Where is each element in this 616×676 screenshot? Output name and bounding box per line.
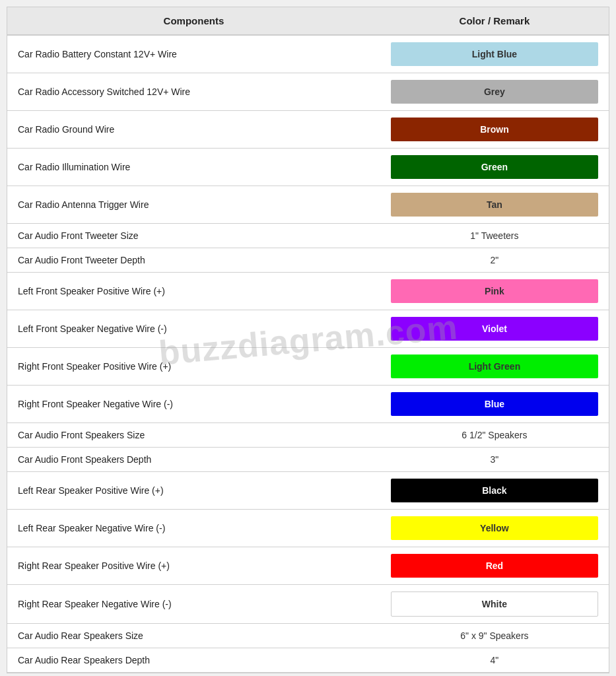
component-cell: Left Rear Speaker Positive Wire (+): [7, 472, 380, 510]
component-cell: Car Audio Rear Speakers Depth: [7, 648, 380, 673]
color-badge: Black: [391, 479, 598, 502]
color-cell-container: 3": [380, 448, 609, 472]
component-cell: Car Audio Front Tweeter Depth: [7, 248, 380, 273]
color-badge: White: [391, 592, 598, 617]
color-cell-container: 4": [380, 648, 609, 673]
component-cell: Left Front Speaker Positive Wire (+): [7, 273, 380, 310]
color-badge: Green: [391, 155, 598, 179]
color-cell-container: Black: [380, 472, 609, 510]
color-badge: Red: [391, 554, 598, 578]
table-row: Car Radio Antenna Trigger WireTan: [7, 186, 609, 224]
component-cell: Car Audio Front Speakers Size: [7, 423, 380, 448]
color-cell-container: White: [380, 585, 609, 624]
wiring-table: Components Color / Remark Car Radio Batt…: [7, 7, 609, 673]
color-cell-container: Violet: [380, 310, 609, 348]
color-cell-container: Light Blue: [380, 35, 609, 73]
table-row: Car Radio Illumination WireGreen: [7, 149, 609, 186]
color-cell-container: Tan: [380, 186, 609, 224]
table-row: Left Rear Speaker Positive Wire (+)Black: [7, 472, 609, 510]
color-badge: Blue: [391, 392, 598, 416]
component-cell: Left Rear Speaker Negative Wire (-): [7, 510, 380, 547]
component-cell: Car Audio Front Tweeter Size: [7, 224, 380, 248]
color-badge: Brown: [391, 118, 598, 141]
component-cell: Right Rear Speaker Negative Wire (-): [7, 585, 380, 624]
component-cell: Car Radio Ground Wire: [7, 111, 380, 149]
table-row: Car Audio Front Speakers Depth3": [7, 448, 609, 472]
component-cell: Car Radio Illumination Wire: [7, 149, 380, 186]
table-row: Left Front Speaker Positive Wire (+)Pink: [7, 273, 609, 310]
table-row: Car Audio Rear Speakers Size6" x 9" Spea…: [7, 624, 609, 648]
color-cell-container: Light Green: [380, 348, 609, 386]
component-cell: Car Audio Rear Speakers Size: [7, 624, 380, 648]
color-cell-container: Brown: [380, 111, 609, 149]
table-row: Right Front Speaker Positive Wire (+)Lig…: [7, 348, 609, 386]
component-cell: Car Radio Antenna Trigger Wire: [7, 186, 380, 224]
header-color-remark: Color / Remark: [380, 7, 609, 35]
component-cell: Car Radio Accessory Switched 12V+ Wire: [7, 73, 380, 111]
color-badge: Violet: [391, 317, 598, 341]
table-row: Car Radio Accessory Switched 12V+ WireGr…: [7, 73, 609, 111]
color-cell-container: Blue: [380, 386, 609, 423]
color-cell-container: Yellow: [380, 510, 609, 547]
table-row: Car Audio Rear Speakers Depth4": [7, 648, 609, 673]
table-row: Left Front Speaker Negative Wire (-)Viol…: [7, 310, 609, 348]
color-badge: Grey: [391, 80, 598, 104]
table-row: Car Radio Battery Constant 12V+ WireLigh…: [7, 35, 609, 73]
table-row: Right Rear Speaker Negative Wire (-)Whit…: [7, 585, 609, 624]
header-components: Components: [7, 7, 380, 35]
table-row: Car Audio Front Speakers Size6 1/2" Spea…: [7, 423, 609, 448]
color-cell-container: Green: [380, 149, 609, 186]
color-cell-container: 6 1/2" Speakers: [380, 423, 609, 448]
component-cell: Right Front Speaker Positive Wire (+): [7, 348, 380, 386]
color-badge: Pink: [391, 279, 598, 303]
table-row: Car Audio Front Tweeter Size1" Tweeters: [7, 224, 609, 248]
color-cell-container: Pink: [380, 273, 609, 310]
color-cell-container: 6" x 9" Speakers: [380, 624, 609, 648]
table-row: Car Audio Front Tweeter Depth2": [7, 248, 609, 273]
color-badge: Yellow: [391, 516, 598, 540]
color-badge: Light Blue: [391, 42, 598, 66]
component-cell: Car Radio Battery Constant 12V+ Wire: [7, 35, 380, 73]
color-cell-container: Grey: [380, 73, 609, 111]
color-badge: Tan: [391, 193, 598, 217]
table-row: Left Rear Speaker Negative Wire (-)Yello…: [7, 510, 609, 547]
color-cell-container: 2": [380, 248, 609, 273]
table-row: Right Front Speaker Negative Wire (-)Blu…: [7, 386, 609, 423]
component-cell: Right Front Speaker Negative Wire (-): [7, 386, 380, 423]
component-cell: Car Audio Front Speakers Depth: [7, 448, 380, 472]
table-row: Car Radio Ground WireBrown: [7, 111, 609, 149]
color-cell-container: Red: [380, 547, 609, 585]
component-cell: Left Front Speaker Negative Wire (-): [7, 310, 380, 348]
component-cell: Right Rear Speaker Positive Wire (+): [7, 547, 380, 585]
table-row: Right Rear Speaker Positive Wire (+)Red: [7, 547, 609, 585]
color-cell-container: 1" Tweeters: [380, 224, 609, 248]
main-container: buzzdiagram.com Components Color / Remar…: [7, 7, 609, 673]
color-badge: Light Green: [391, 355, 598, 378]
